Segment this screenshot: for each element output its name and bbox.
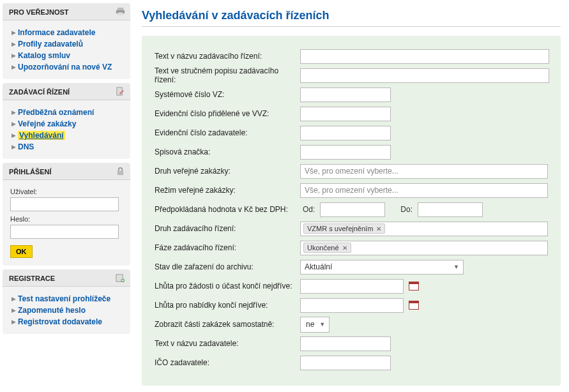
arrow-icon: ▶	[11, 132, 18, 139]
sb-title: REGISTRACE	[9, 275, 55, 282]
lbl-archiv: Stav dle zařazení do archivu:	[155, 262, 300, 271]
document-pencil-icon[interactable]	[116, 87, 125, 96]
lbl-lh-nab: Lhůta pro nabídky končí nejdříve:	[155, 301, 300, 310]
tag-faze: Ukončené ✕	[303, 243, 351, 253]
lbl-rezim: Režim veřejné zakázky:	[155, 186, 300, 195]
lbl-nazev: Text v názvu zadávacího řízení:	[155, 52, 300, 61]
input-lh-nab[interactable]	[300, 298, 404, 313]
sb-link-katalog[interactable]: Katalog smluv	[18, 51, 70, 60]
lock-icon	[116, 167, 125, 176]
sb-link-predbezna[interactable]: Předběžná oznámení	[18, 108, 94, 117]
arrow-icon: ▶	[11, 307, 18, 313]
sb-head-rizeni: ZADÁVACÍ ŘÍZENÍ	[3, 83, 130, 100]
divider	[142, 26, 561, 27]
sb-link-test[interactable]: Test nastavení prohlížeče	[18, 294, 110, 303]
input-od[interactable]	[320, 202, 385, 217]
svg-rect-2	[118, 12, 123, 15]
arrow-icon: ▶	[11, 296, 18, 302]
lbl-lh-zad: Lhůta pro žádosti o účast končí nejdříve…	[155, 282, 300, 290]
sb-link-profily[interactable]: Profily zadavatelů	[18, 40, 83, 49]
lbl-vvz: Evidenční číslo přidělené ve VVZ:	[155, 109, 300, 118]
pass-label: Heslo:	[10, 215, 126, 223]
input-ico[interactable]	[300, 356, 391, 370]
login-ok-button[interactable]: OK	[10, 245, 33, 258]
arrow-icon: ▶	[11, 319, 18, 325]
lbl-evnum: Evidenční číslo zadavatele:	[155, 128, 300, 137]
form-plus-icon[interactable]	[116, 273, 125, 283]
sb-link-vyhledavani[interactable]: Vyhledávání	[18, 131, 65, 140]
lbl-od: Od:	[303, 205, 315, 214]
sb-head-reg: REGISTRACE	[3, 269, 130, 287]
lbl-casti: Zobrazit části zakázek samostatně:	[155, 320, 300, 329]
svg-rect-4	[118, 171, 123, 176]
sb-link-heslo[interactable]: Zapomenuté heslo	[18, 306, 86, 315]
chevron-down-icon: ▼	[319, 321, 325, 328]
lbl-druhzr: Druh zadávacího řízení:	[155, 224, 300, 233]
arrow-icon: ▶	[11, 121, 18, 127]
combo-druhvz[interactable]: Vše, pro omezení vyberte...	[300, 164, 548, 179]
select-value: ne	[306, 320, 314, 329]
lbl-sysnum: Systémové číslo VZ:	[155, 90, 300, 99]
arrow-icon: ▶	[11, 144, 18, 150]
sb-link-info[interactable]: Informace zadavatele	[18, 28, 95, 37]
input-spis[interactable]	[300, 145, 391, 160]
input-nazev[interactable]	[300, 49, 549, 64]
input-do[interactable]	[418, 202, 483, 217]
lbl-faze: Fáze zadávacího řízení:	[155, 243, 300, 252]
sb-link-upozornovani[interactable]: Upozorňování na nové VZ	[18, 63, 112, 72]
input-zadav[interactable]	[300, 336, 391, 351]
lbl-do: Do:	[400, 205, 413, 214]
sb-body-login: Uživatel: Heslo: OK	[3, 180, 130, 266]
sb-title: PŘIHLÁŠENÍ	[9, 168, 52, 176]
input-sysnum[interactable]	[300, 87, 391, 102]
tagbox-faze[interactable]: Ukončené ✕	[300, 241, 548, 255]
sb-link-verejne[interactable]: Veřejné zakázky	[18, 119, 76, 128]
user-label: Uživatel:	[10, 188, 126, 195]
arrow-icon: ▶	[11, 64, 18, 70]
input-evnum[interactable]	[300, 126, 391, 140]
select-archiv[interactable]: Aktuální ▼	[300, 260, 464, 275]
arrow-icon: ▶	[11, 52, 18, 59]
sb-link-registrovat[interactable]: Registrovat dodavatele	[18, 317, 102, 326]
sb-title: ZADÁVACÍ ŘÍZENÍ	[9, 88, 70, 96]
arrow-icon: ▶	[11, 41, 18, 47]
input-lh-zad[interactable]	[300, 279, 404, 294]
combo-rezim[interactable]: Vše, pro omezení vyberte...	[300, 183, 548, 198]
sb-body-rizeni: ▶Předběžná oznámení ▶Veřejné zakázky ▶Vy…	[3, 100, 130, 159]
lbl-spis: Spisová značka:	[155, 147, 300, 156]
pass-input[interactable]	[10, 225, 119, 239]
calendar-icon[interactable]	[409, 282, 419, 290]
sb-head-public: PRO VEŘEJNOST	[3, 3, 130, 20]
svg-rect-0	[118, 8, 123, 10]
lbl-zadav: Text v názvu zadavatele:	[155, 339, 300, 348]
search-form: Text v názvu zadávacího řízení: Text ve …	[142, 36, 561, 386]
select-value: Aktuální	[305, 262, 332, 271]
tag-remove-icon[interactable]: ✕	[376, 225, 381, 232]
sb-head-login: PŘIHLÁŠENÍ	[3, 163, 130, 180]
sb-title: PRO VEŘEJNOST	[9, 8, 69, 16]
printer-icon[interactable]	[116, 7, 125, 17]
sb-body-public: ▶Informace zadavatele ▶Profily zadavatel…	[3, 20, 130, 79]
input-popis[interactable]	[300, 68, 549, 83]
sb-body-reg: ▶Test nastavení prohlížeče ▶Zapomenuté h…	[3, 287, 130, 334]
lbl-ico: IČO zadavatele:	[155, 358, 300, 367]
chevron-down-icon: ▼	[453, 264, 459, 270]
tag-remove-icon[interactable]: ✕	[342, 245, 347, 252]
user-input[interactable]	[10, 197, 119, 211]
page-title: Vyhledávání v zadávacích řízeních	[142, 9, 561, 22]
combo-placeholder: Vše, pro omezení vyberte...	[305, 167, 398, 176]
arrow-icon: ▶	[11, 29, 18, 36]
lbl-hodnota: Předpokládaná hodnota v Kč bez DPH:	[155, 205, 300, 214]
calendar-icon[interactable]	[409, 301, 419, 310]
arrow-icon: ▶	[11, 109, 18, 116]
lbl-popis: Text ve stručném popisu zadávacího řízen…	[155, 66, 300, 84]
tag-label: VZMR s uveřejněním	[307, 225, 373, 232]
sb-link-dns[interactable]: DNS	[18, 142, 34, 151]
select-casti[interactable]: ne ▼	[300, 317, 330, 333]
input-vvz[interactable]	[300, 107, 391, 121]
tagbox-druhzr[interactable]: VZMR s uveřejněním ✕	[300, 222, 548, 236]
tag-label: Ukončené	[307, 244, 339, 252]
lbl-druhvz: Druh veřejné zakázky:	[155, 167, 300, 176]
tag-druhzr: VZMR s uveřejněním ✕	[303, 223, 385, 234]
combo-placeholder: Vše, pro omezení vyberte...	[305, 186, 398, 195]
